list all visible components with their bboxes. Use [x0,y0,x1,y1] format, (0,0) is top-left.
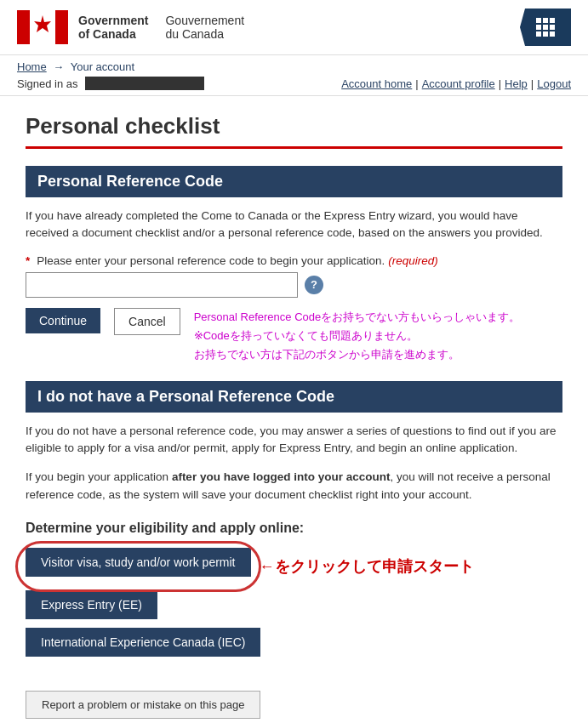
help-link[interactable]: Help [505,77,528,90]
breadcrumb-arrow: → [53,60,64,73]
field-label-area: * Please enter your personal reference c… [26,254,562,267]
help-icon[interactable]: ? [305,276,323,294]
continue-button[interactable]: Continue [26,308,100,333]
logout-link[interactable]: Logout [537,77,571,90]
visitor-row: Visitor visa, study and/or work permit ←… [26,548,562,585]
japanese-note-line3: お持ちでない方は下記のボタンから申請を進めます。 [194,345,521,364]
section2-body2-bold: after you have logged into your account [172,470,391,483]
breadcrumb: Home → Your account [17,60,571,73]
eligibility-section: Determine your eligibility and apply onl… [26,521,562,657]
account-home-link[interactable]: Account home [341,77,412,90]
section1-header: Personal Reference Code [26,166,562,197]
input-row: ? [26,272,562,298]
required-star: * [26,254,30,267]
required-text: (required) [388,254,438,267]
japanese-note-line1: Personal Reference Codeをお持ちでない方もいらっしゃいます… [194,308,521,327]
cancel-button[interactable]: Cancel [114,308,180,335]
section2-body2: If you begin your application after you … [26,469,562,504]
title-divider [26,146,562,149]
user-name-redacted [85,77,204,90]
signed-in-label: Signed in as [17,77,78,90]
breadcrumb-current: Your account [71,60,134,73]
section-no-reference-code: I do not have a Personal Reference Code … [26,381,562,504]
eligibility-title: Determine your eligibility and apply onl… [26,521,562,536]
nav-bar: Home → Your account Signed in as Account… [0,55,588,96]
page-title: Personal checklist [26,113,562,139]
section-personal-reference-code: Personal Reference Code If you have alre… [26,166,562,364]
signed-in-bar: Signed in as Account home | Account prof… [17,77,571,90]
canada-flag-icon [17,10,68,44]
account-profile-link[interactable]: Account profile [422,77,495,90]
svg-rect-0 [17,10,30,44]
site-header: Government of Canada Gouvernement du Can… [0,0,588,55]
section2-header: I do not have a Personal Reference Code [26,381,562,413]
section1-body: If you have already completed the Come t… [26,208,562,242]
reference-code-input[interactable] [26,272,298,298]
visitor-visa-button[interactable]: Visitor visa, study and/or work permit [26,548,251,577]
gov-name-en-line1: Government [78,14,148,27]
visitor-btn-wrapper: Visitor visa, study and/or work permit [26,548,251,585]
account-links: Account home | Account profile | Help | … [341,77,571,90]
menu-icon[interactable] [520,9,571,46]
report-problem-button[interactable]: Report a problem or mistake on this page [26,691,260,719]
section2-body2-prefix: If you begin your application [26,470,172,483]
logo-area: Government of Canada Gouvernement du Can… [17,10,244,44]
grid-icon [536,18,555,37]
gov-name-fr-line1: Gouvernement [165,14,244,27]
main-content: Personal checklist Personal Reference Co… [0,96,588,723]
japanese-note-line2: ※Codeを持っていなくても問題ありません。 [194,327,521,345]
click-arrow-label: ←をクリックして申請スタート [260,556,474,577]
field-label-text: Please enter your personal reference cod… [37,254,385,267]
section2-body1: If you do not have a personal reference … [26,423,562,458]
japanese-note: Personal Reference Codeをお持ちでない方もいらっしゃいます… [194,308,521,364]
gov-name-fr-line2: du Canada [165,27,244,41]
gov-name-en-line2: of Canada [78,27,148,41]
government-name: Government of Canada Gouvernement du Can… [78,14,244,41]
svg-rect-2 [55,10,68,44]
iec-button[interactable]: International Experience Canada (IEC) [26,628,260,657]
express-entry-button[interactable]: Express Entry (EE) [26,590,157,619]
home-link[interactable]: Home [17,60,47,73]
button-row: Continue Cancel Personal Reference Codeを… [26,308,562,364]
